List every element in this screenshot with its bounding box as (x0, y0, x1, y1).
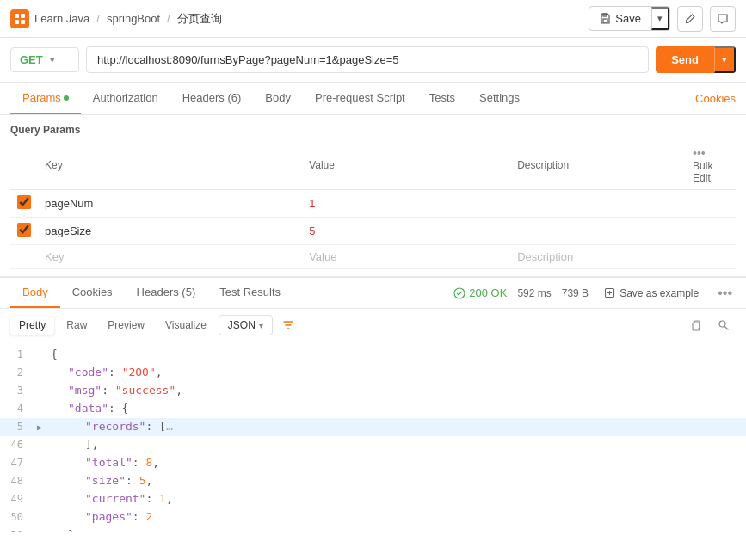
request-tabs: Params Authorization Headers (6) Body Pr… (10, 83, 532, 114)
response-section: Body Cookies Headers (5) Test Results 20… (0, 277, 746, 532)
svg-point-9 (719, 321, 725, 327)
search-icon-button[interactable] (712, 314, 736, 336)
param-checkbox-2[interactable] (17, 223, 31, 237)
edit-icon-button[interactable] (677, 6, 703, 32)
json-key-msg: "msg" (68, 384, 102, 397)
tab-params[interactable]: Params (10, 83, 81, 114)
tab-headers-label: Headers (6) (182, 91, 242, 104)
bulk-edit-button[interactable]: Bulk Edit (693, 160, 712, 184)
response-tab-cookies-label: Cookies (72, 286, 113, 298)
tab-tests-label: Tests (429, 91, 455, 104)
empty-desc-placeholder: Description (517, 250, 573, 263)
tab-headers[interactable]: Headers (6) (170, 83, 254, 114)
send-button[interactable]: Send (656, 47, 714, 72)
response-more-icon[interactable]: ••• (714, 282, 736, 305)
status-code: 200 OK (469, 286, 507, 299)
svg-rect-5 (603, 14, 607, 16)
json-key-total: "total" (85, 456, 133, 469)
line-num-47: 47 (7, 455, 37, 471)
tab-authorization[interactable]: Authorization (81, 83, 170, 114)
param-desc-2 (510, 218, 686, 245)
tab-body-label: Body (265, 91, 291, 104)
response-time: 592 ms (517, 287, 551, 299)
empty-key-placeholder: Key (45, 250, 64, 263)
breadcrumb-learn-java[interactable]: Learn Java (34, 12, 89, 25)
save-dropdown-arrow[interactable]: ▾ (651, 7, 669, 30)
save-example-label: Save as example (620, 287, 699, 299)
line-num-49: 49 (7, 491, 37, 508)
response-tab-test-results-label: Test Results (219, 286, 281, 298)
json-line-48: 48 "size": 5, (0, 472, 746, 490)
tab-settings[interactable]: Settings (467, 83, 532, 114)
response-tab-cookies[interactable]: Cookies (60, 278, 125, 308)
tab-pre-request[interactable]: Pre-request Script (303, 83, 417, 114)
filter-icon-button[interactable] (276, 314, 300, 336)
col-actions-header: ••• Bulk Edit (686, 141, 736, 190)
tab-pre-request-label: Pre-request Script (315, 91, 405, 104)
method-chevron-icon: ▾ (50, 55, 54, 65)
breadcrumb-area: Learn Java / springBoot / 分页查询 (10, 9, 222, 28)
query-params-label: Query Params (10, 115, 736, 141)
json-val-current: 1 (159, 492, 166, 505)
format-preview-button[interactable]: Preview (99, 316, 153, 335)
line-num-2: 2 (7, 365, 37, 381)
tab-tests[interactable]: Tests (417, 83, 467, 114)
url-input[interactable] (86, 46, 649, 73)
table-row: pageSize 5 (10, 218, 736, 245)
params-more-icon[interactable]: ••• (693, 146, 706, 160)
tab-body[interactable]: Body (253, 83, 303, 114)
top-bar: Learn Java / springBoot / 分页查询 Save ▾ (0, 0, 746, 38)
line-num-1: 1 (7, 347, 37, 363)
response-size: 739 B (562, 287, 589, 299)
params-dot (64, 95, 69, 101)
save-example-button[interactable]: Save as example (599, 284, 704, 303)
format-visualize-button[interactable]: Visualize (157, 316, 215, 335)
format-raw-button[interactable]: Raw (58, 316, 96, 335)
svg-rect-1 (21, 14, 25, 18)
response-tab-body[interactable]: Body (10, 278, 60, 308)
breadcrumb-sep1: / (96, 12, 100, 25)
tab-settings-label: Settings (479, 91, 520, 104)
col-check-header (10, 141, 38, 190)
json-key-size: "size" (85, 474, 126, 487)
empty-value-placeholder: Value (309, 250, 336, 263)
line-collapse-arrow-5[interactable]: ▶ (37, 421, 51, 434)
format-buttons: Pretty Raw Preview Visualize JSON ▾ (10, 314, 300, 336)
json-select-chevron-icon: ▾ (259, 321, 263, 330)
svg-rect-2 (15, 20, 19, 24)
url-bar: GET ▾ Send ▾ (0, 38, 746, 83)
method-select[interactable]: GET ▾ (10, 47, 79, 72)
svg-point-6 (454, 288, 465, 298)
json-val-pages: 2 (145, 510, 152, 523)
table-row-empty: Key Value Description (10, 245, 736, 269)
param-checkbox-1[interactable] (17, 195, 31, 209)
format-bar-actions (684, 314, 736, 336)
json-collapsed-indicator: … (166, 420, 173, 433)
save-button-group: Save ▾ (589, 6, 670, 31)
copy-icon-button[interactable] (684, 314, 708, 336)
top-bar-actions: Save ▾ (589, 6, 736, 32)
col-key-header: Key (38, 141, 302, 190)
json-line-5: 5 ▶ "records": [… (0, 418, 746, 436)
json-key-code: "code" (68, 366, 108, 378)
send-dropdown-arrow[interactable]: ▾ (714, 46, 736, 73)
breadcrumb-current: 分页查询 (177, 11, 222, 27)
param-key-1: pageNum (45, 197, 93, 210)
line-num-46: 46 (7, 437, 37, 453)
comment-icon-button[interactable] (710, 6, 736, 32)
format-pretty-button[interactable]: Pretty (10, 316, 54, 335)
json-format-select[interactable]: JSON ▾ (219, 315, 273, 335)
save-button[interactable]: Save (589, 8, 651, 29)
cookies-link[interactable]: Cookies (695, 83, 736, 114)
svg-rect-8 (693, 323, 700, 330)
breadcrumb-springboot[interactable]: springBoot (107, 12, 160, 25)
response-tab-headers[interactable]: Headers (5) (125, 278, 208, 308)
line-num-51: 51 (7, 527, 37, 532)
app-icon (10, 9, 29, 28)
response-tab-body-label: Body (22, 286, 48, 298)
param-key-2: pageSize (45, 225, 91, 237)
svg-rect-4 (603, 19, 607, 22)
json-key-data: "data" (68, 402, 108, 415)
json-key-current: "current" (85, 492, 145, 505)
response-tab-test-results[interactable]: Test Results (207, 278, 293, 308)
